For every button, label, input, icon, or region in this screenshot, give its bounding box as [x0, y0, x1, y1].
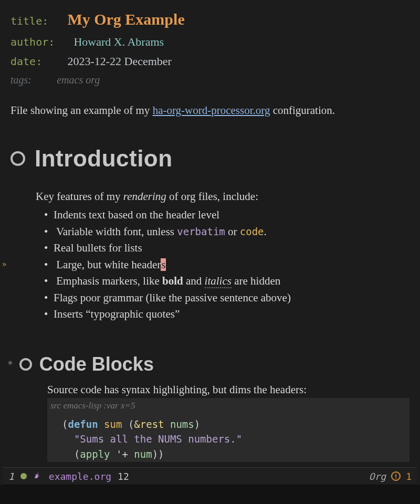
heading-code-blocks[interactable]: * Code Blocks — [7, 350, 410, 379]
list-item: Inserts “typographic quotes” — [45, 306, 410, 323]
modeline-filename[interactable]: example.org — [49, 469, 111, 484]
modeline[interactable]: 1 example.org 12 Org ! 1 — [3, 467, 417, 485]
meta-title-key: title: — [10, 15, 48, 27]
meta-tags-value: emacs org — [57, 74, 100, 86]
meta-tags-line: tags: emacs org — [10, 72, 410, 88]
fringe-indicator-icon: » — [2, 259, 6, 270]
modeline-major-mode[interactable]: Org — [369, 469, 386, 484]
meta-title-value: My Org Example — [67, 10, 184, 28]
heading-bullet-icon — [10, 151, 25, 166]
heading-introduction[interactable]: Introduction — [10, 141, 410, 176]
features-list: Indents text based on the header level V… — [45, 207, 410, 323]
src-block-content[interactable]: (defun sum (&rest nums) "Sums all the NU… — [47, 414, 410, 463]
meta-date-value: 2023-12-22 December — [67, 55, 172, 68]
modeline-warning-count: 1 — [406, 469, 412, 484]
heading-star-icon: * — [7, 357, 13, 371]
heading-bullet-icon — [19, 358, 32, 371]
heading-introduction-text: Introduction — [35, 141, 173, 176]
meta-date-line: date: 2023-12-22 December — [10, 52, 410, 70]
meta-author-value: Howard X. Abrams — [74, 35, 164, 48]
list-item: Emphasis markers, like bold and italics … — [45, 273, 410, 290]
intro-text-pre: File showing an example of my — [10, 104, 153, 117]
code-blocks-para: Source code has syntax highlighting, but… — [47, 382, 410, 398]
intro-paragraph: File showing an example of my ha-org-wor… — [10, 102, 410, 119]
intro-text-post: configuration. — [270, 104, 335, 117]
meta-author-line: author: Howard X. Abrams — [10, 33, 410, 50]
list-item: Flags poor grammar (like the passive sen… — [45, 290, 410, 307]
meta-title-line: title: My Org Example — [10, 7, 410, 31]
code-blocks-body: Source code has syntax highlighting, but… — [47, 382, 410, 463]
text-cursor: s — [161, 258, 166, 271]
verbatim-text: verbatim — [177, 226, 225, 237]
modeline-window-number: 1 — [8, 469, 14, 484]
list-item: Variable width font, unless verbatim or … — [45, 224, 410, 240]
unicorn-icon — [33, 469, 43, 484]
warning-icon[interactable]: ! — [391, 471, 401, 481]
introduction-body: Key features of my rendering of org file… — [36, 188, 410, 323]
meta-author-key: author: — [10, 36, 55, 48]
intro-features-para: Key features of my rendering of org file… — [36, 188, 410, 205]
modeline-line-number: 12 — [118, 469, 129, 484]
meta-date-key: date: — [10, 55, 42, 68]
heading-code-blocks-text: Code Blocks — [39, 350, 154, 379]
list-item: Real bullets for lists — [45, 240, 410, 257]
editor-buffer[interactable]: title: My Org Example author: Howard X. … — [0, 0, 420, 462]
config-link[interactable]: ha-org-word-processor.org — [153, 104, 270, 117]
modeline-modified-icon — [20, 473, 27, 479]
list-item: Indents text based on the header level — [45, 207, 410, 224]
minibuffer[interactable] — [0, 485, 420, 504]
meta-tags-key: tags: — [10, 74, 32, 86]
code-text: code — [240, 226, 264, 237]
list-item: Large, but white headers — [45, 257, 410, 274]
src-block-begin: src emacs-lisp :var x=5 — [47, 398, 410, 414]
